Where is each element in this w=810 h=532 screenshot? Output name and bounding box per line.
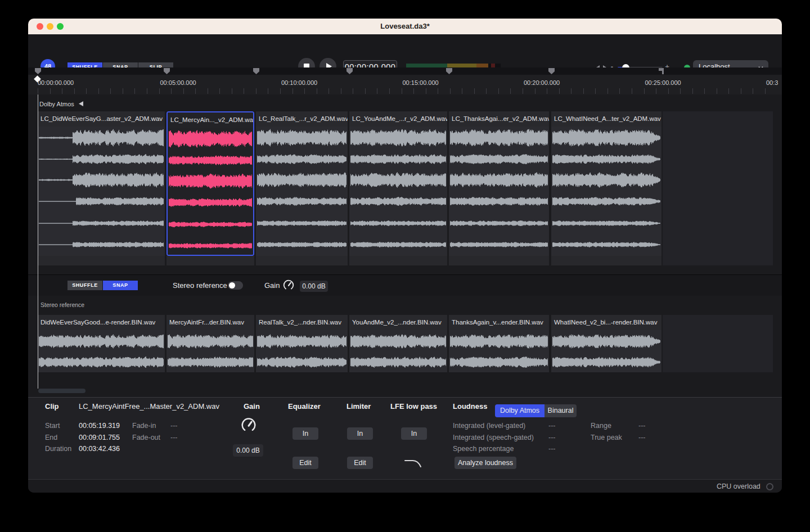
status-bar: CPU overload: [28, 479, 782, 493]
fade-in-label: Fade-in: [132, 422, 156, 430]
reference-gain-label: Gain: [264, 281, 280, 290]
main-toolbar: 48 SHUFFLESNAPSLIP 00:00:00.000 - +: [28, 34, 782, 68]
ruler-tick: [656, 88, 656, 94]
ruler-tick: [608, 88, 608, 94]
collapse-track-icon[interactable]: [79, 101, 83, 106]
clip-waveform: [349, 127, 447, 256]
empty-track-space: [663, 315, 773, 372]
clip[interactable]: LC_WhatINeed_A...ter_v2_ADM.wav: [551, 111, 662, 256]
limiter-section-header: Limiter: [346, 402, 371, 411]
ruler-tick: [595, 88, 596, 94]
clip[interactable]: LC_YouAndMe_...r_v2_ADM.wav: [349, 111, 447, 256]
loudness-metric-label: Integrated (speech-gated): [453, 434, 534, 441]
stereo-reference-toggle[interactable]: [228, 281, 243, 290]
ruler-tick: [353, 88, 353, 94]
ruler-tick: [86, 88, 87, 94]
clip-waveform: [551, 127, 662, 256]
ruler-tick: [147, 88, 147, 94]
ruler-tick: [438, 88, 438, 94]
loudness-metric-value: ---: [638, 422, 646, 430]
clip-name: DidWeEverSayGood...e-render.BIN.wav: [38, 315, 165, 330]
ruler-tick: [632, 88, 632, 94]
clip[interactable]: WhatINeed_v2_bi...-render.BIN.wav: [551, 315, 662, 372]
timeline-ruler[interactable]: 00:00:00.00000:05:00.00000:10:00.00000:1…: [28, 75, 782, 95]
app-window: Loveseat.da3* 48 SHUFFLESNAPSLIP 00:00:0…: [28, 19, 782, 493]
ruler-tick: [123, 88, 123, 94]
clip-name: LC_DidWeEverSayG...aster_v2_ADM.wav: [38, 111, 165, 127]
stereo-reference-label: Stereo reference: [173, 281, 227, 290]
loudness-metric-label: Range: [591, 422, 611, 430]
titlebar: Loveseat.da3*: [28, 19, 782, 34]
duration-label: Duration: [45, 445, 71, 453]
ruler-tick: [256, 88, 256, 94]
playhead-line[interactable]: [38, 94, 38, 389]
clip[interactable]: DidWeEverSayGood...e-render.BIN.wav: [38, 315, 165, 372]
low-pass-curve-icon: [404, 459, 424, 468]
ruler-tick: [450, 88, 451, 94]
clip-name: LC_MercyAin..._v2_ADM.wav: [168, 112, 253, 128]
ruler-tick: [523, 88, 523, 94]
timeline-marker[interactable]: [548, 68, 555, 74]
session-end-marker[interactable]: [658, 68, 664, 74]
ruler-tick: [244, 88, 244, 94]
equalizer-edit-button[interactable]: Edit: [292, 457, 318, 469]
ruler-tick: [50, 88, 51, 94]
empty-track-space: [663, 111, 773, 265]
end-value[interactable]: 00:09:01.755: [79, 434, 120, 441]
loudness-tab-dolby-atmos[interactable]: Dolby Atmos: [495, 404, 544, 417]
mode-button-snap[interactable]: SNAP: [103, 281, 138, 290]
ruler-tick: [365, 88, 366, 94]
clip-gain-value[interactable]: 0.00 dB: [233, 444, 263, 457]
lfe-section-header: LFE low pass: [390, 402, 437, 411]
fade-in-value[interactable]: ---: [170, 422, 178, 430]
ruler-tick: [195, 88, 196, 94]
ruler-tick: [583, 88, 584, 94]
mode-button-shuffle[interactable]: SHUFFLE: [68, 281, 102, 290]
gain-section-header: Gain: [244, 402, 260, 411]
clip[interactable]: RealTalk_v2_...nder.BIN.wav: [256, 315, 348, 372]
reference-gain-knob[interactable]: [282, 279, 295, 291]
equalizer-in-button[interactable]: In: [292, 427, 318, 440]
loudness-metric-value: ---: [638, 434, 646, 441]
timeline-marker[interactable]: [253, 68, 259, 74]
clip[interactable]: LC_DidWeEverSayG...aster_v2_ADM.wav: [38, 111, 165, 256]
loudness-metric-value: ---: [548, 434, 556, 441]
clip[interactable]: MercyAintFr...der.BIN.wav: [166, 315, 254, 372]
marker-strip[interactable]: [28, 67, 782, 75]
loudness-metric-value: ---: [548, 445, 556, 453]
ruler-tick: [486, 88, 487, 94]
start-value[interactable]: 00:05:19.319: [79, 422, 120, 430]
clip-waveform: [38, 127, 165, 256]
limiter-edit-button[interactable]: Edit: [347, 457, 373, 469]
loudness-tab-binaural[interactable]: Binaural: [544, 404, 577, 417]
clip[interactable]: LC_ThanksAgai...er_v2_ADM.wav: [449, 111, 549, 256]
ruler-tick: [704, 88, 705, 94]
clip-waveform: [38, 330, 165, 372]
reference-gain-value[interactable]: 0.00 dB: [300, 281, 328, 292]
clip-waveform: [256, 330, 348, 372]
lfe-in-button[interactable]: In: [401, 427, 427, 440]
ruler-tick: [159, 88, 160, 94]
clip-gain-knob[interactable]: [240, 417, 257, 434]
ruler-tick: [317, 88, 317, 94]
ruler-tick: [280, 88, 281, 94]
ruler-tick: [547, 88, 547, 94]
limiter-in-button[interactable]: In: [347, 427, 373, 440]
window-title: Loveseat.da3*: [28, 19, 782, 34]
ruler-tick: [74, 88, 75, 94]
analyze-loudness-button[interactable]: Analyze loudness: [454, 457, 516, 469]
ruler-tick: [717, 88, 717, 94]
timeline-marker[interactable]: [164, 68, 170, 74]
clip[interactable]: ThanksAgain_v...ender.BIN.wav: [449, 315, 549, 372]
clip-name: ThanksAgain_v...ender.BIN.wav: [449, 315, 549, 330]
clip[interactable]: LC_RealTalk_...r_v2_ADM.wav: [256, 111, 348, 256]
ruler-tick: [741, 88, 741, 94]
timeline-marker[interactable]: [446, 68, 452, 74]
horizontal-scrollbar-thumb[interactable]: [38, 389, 86, 393]
clip-selected[interactable]: LC_MercyAin..._v2_ADM.wav: [166, 111, 254, 256]
timeline-marker[interactable]: [346, 68, 353, 74]
clip[interactable]: YouAndMe_v2_...nder.BIN.wav: [349, 315, 447, 372]
clip-name: LC_ThanksAgai...er_v2_ADM.wav: [449, 111, 549, 127]
fade-out-value[interactable]: ---: [170, 434, 178, 441]
timeline-marker[interactable]: [35, 68, 41, 74]
